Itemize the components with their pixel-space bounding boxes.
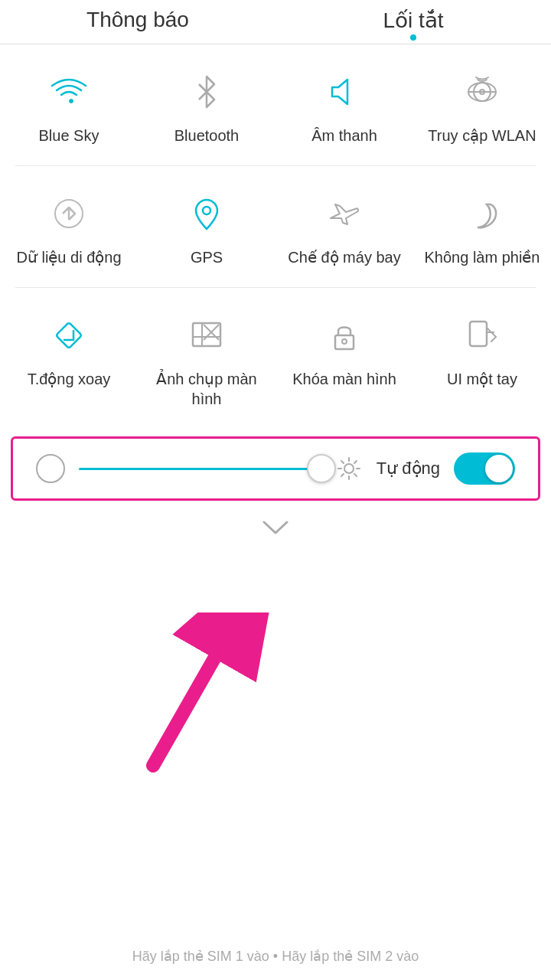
svg-point-14: [342, 339, 347, 344]
rotate-icon: [44, 311, 93, 360]
bluetooth-label: Bluetooth: [174, 126, 240, 145]
dnd-label: Không làm phiền: [425, 247, 540, 267]
onehand-label: UI một tay: [447, 369, 517, 389]
gps-icon: [182, 189, 231, 238]
brightness-slider[interactable]: [79, 468, 321, 470]
svg-line-23: [354, 474, 357, 476]
blue-sky-label: Blue Sky: [39, 126, 99, 145]
onehand-icon: [458, 311, 507, 360]
lock-label: Khóa màn hình: [292, 369, 396, 389]
sound-label: Âm thanh: [311, 126, 377, 145]
grid-item-mobile-data[interactable]: Dữ liệu di động: [0, 174, 138, 279]
grid-item-bluetooth[interactable]: Bluetooth: [138, 52, 276, 158]
brightness-min-icon: [36, 454, 65, 483]
chevron-row: [0, 508, 551, 539]
svg-line-22: [341, 461, 344, 463]
grid-item-sound[interactable]: Âm thanh: [276, 52, 413, 158]
quick-settings-row-3: T.động xoay Ảnh chụp màn hình Khóa màn h…: [0, 288, 551, 429]
lock-icon: [320, 311, 369, 360]
auto-brightness-toggle[interactable]: [454, 452, 515, 485]
brightness-row: Tự động: [11, 436, 540, 501]
airplane-label: Chế độ máy bay: [288, 247, 400, 267]
header: Thông báo Lối tắt: [0, 0, 551, 44]
tab-shortcuts[interactable]: Lối tắt: [276, 8, 551, 44]
svg-rect-7: [56, 322, 82, 348]
svg-rect-15: [470, 322, 487, 346]
wifi-icon: [44, 67, 93, 116]
grid-item-rotate[interactable]: T.động xoay: [0, 296, 138, 421]
screenshot-label: Ảnh chụp màn hình: [144, 369, 269, 409]
rotate-label: T.động xoay: [28, 369, 111, 389]
auto-label: Tự động: [377, 459, 440, 479]
airplane-icon: [320, 189, 369, 238]
grid-item-airplane[interactable]: Chế độ máy bay: [276, 174, 413, 279]
svg-point-6: [203, 207, 210, 214]
screenshot-icon: [182, 311, 231, 360]
svg-point-17: [344, 464, 354, 473]
volume-icon: [320, 67, 369, 116]
grid-item-gps[interactable]: GPS: [138, 174, 276, 279]
data-icon: [44, 189, 93, 238]
gps-label: GPS: [191, 247, 223, 267]
toggle-knob: [485, 455, 513, 482]
grid-item-dnd[interactable]: Không làm phiền: [413, 174, 551, 279]
brightness-thumb[interactable]: [307, 454, 336, 483]
grid-item-onehand[interactable]: UI một tay: [413, 296, 551, 421]
grid-item-blue-sky[interactable]: Blue Sky: [0, 52, 138, 158]
sun-icon: [335, 455, 363, 482]
quick-settings-row-1: Blue Sky Bluetooth Âm thanh: [0, 44, 551, 165]
svg-marker-0: [332, 80, 347, 104]
quick-settings-row-2: Dữ liệu di động GPS Chế độ máy bay Không…: [0, 166, 551, 287]
bluetooth-icon: [182, 67, 231, 116]
mobile-data-label: Dữ liệu di động: [16, 247, 121, 267]
svg-line-24: [354, 461, 357, 463]
annotation-arrow: [61, 612, 276, 781]
dnd-icon: [458, 189, 507, 238]
chevron-down-icon[interactable]: [256, 516, 295, 539]
tab-notifications[interactable]: Thông báo: [0, 8, 276, 44]
grid-item-lock[interactable]: Khóa màn hình: [276, 296, 413, 421]
svg-line-25: [341, 474, 344, 476]
svg-rect-13: [335, 335, 354, 349]
grid-item-wlan[interactable]: Truy cập WLAN: [413, 52, 551, 158]
wlan-icon: [458, 67, 507, 116]
status-bottom: Hãy lắp thẻ SIM 1 vào • Hãy lắp thẻ SIM …: [0, 948, 551, 965]
grid-item-screenshot[interactable]: Ảnh chụp màn hình: [138, 296, 276, 421]
wlan-label: Truy cập WLAN: [428, 126, 536, 145]
